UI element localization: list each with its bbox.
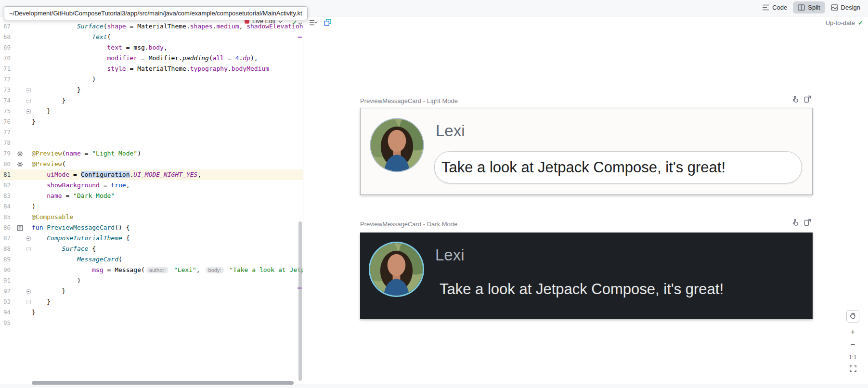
view-options-icon[interactable]: [309, 19, 317, 26]
line-number[interactable]: 76: [0, 116, 14, 127]
line-number[interactable]: 87: [0, 233, 14, 244]
preview-title-light: PreviewMessageCard - Light Mode: [360, 97, 458, 104]
check-icon: ✓: [858, 19, 863, 26]
code-line[interactable]: 88Surface {: [0, 244, 303, 254]
fold-marker[interactable]: [25, 297, 32, 307]
code-line[interactable]: 74}: [0, 95, 303, 106]
code-line[interactable]: 90msg = Message(author: "Lexi", body: "T…: [0, 265, 303, 275]
line-number[interactable]: 84: [0, 201, 14, 212]
run-preview-icon[interactable]: [804, 219, 811, 226]
editor-mode-tabs: Code Split Design: [757, 1, 865, 13]
code-editor[interactable]: 67Surface(shape = MaterialTheme.shapes.m…: [0, 16, 303, 388]
code-line[interactable]: 72): [0, 74, 303, 85]
line-number[interactable]: 73: [0, 85, 14, 95]
code-line[interactable]: 81uiMode = Configuration.UI_MODE_NIGHT_Y…: [0, 169, 303, 180]
fold-marker[interactable]: [25, 233, 32, 244]
code-line[interactable]: 84): [0, 201, 303, 212]
zoom-out-button[interactable]: −: [846, 338, 859, 351]
line-number[interactable]: 80: [0, 159, 14, 169]
code-line[interactable]: 85@Composable: [0, 212, 303, 222]
code-line[interactable]: 80@Preview(: [0, 159, 303, 169]
line-number[interactable]: 89: [0, 254, 14, 265]
line-number[interactable]: 88: [0, 244, 14, 254]
line-number[interactable]: 94: [0, 307, 14, 318]
gutter-space: [14, 138, 25, 148]
code-line[interactable]: 77: [0, 127, 303, 138]
code-line[interactable]: 89MessageCard(: [0, 254, 303, 265]
code-text: uiMode = Configuration.UI_MODE_NIGHT_YES…: [32, 169, 303, 180]
code-line[interactable]: 95: [0, 318, 303, 328]
preview-settings-gutter-icon[interactable]: [14, 148, 25, 159]
fold-marker[interactable]: [25, 244, 32, 254]
code-line[interactable]: 76}: [0, 116, 303, 127]
line-number[interactable]: 67: [0, 21, 14, 32]
line-number[interactable]: 72: [0, 74, 14, 85]
code-line[interactable]: 78: [0, 138, 303, 148]
code-line[interactable]: 79@Preview(name = "Light Mode"): [0, 148, 303, 159]
line-number[interactable]: 85: [0, 212, 14, 222]
fold-marker[interactable]: [25, 106, 32, 116]
line-number[interactable]: 83: [0, 191, 14, 201]
line-number[interactable]: 93: [0, 297, 14, 307]
fold-marker[interactable]: [25, 286, 32, 297]
preview-card-light[interactable]: Lexi Take a look at Jetpack Compose, it'…: [360, 108, 813, 195]
code-tab-icon: [762, 4, 769, 11]
line-number[interactable]: 81: [0, 169, 14, 180]
zoom-to-fit-button[interactable]: [846, 363, 859, 376]
code-line[interactable]: 94}: [0, 307, 303, 318]
tab-code[interactable]: Code: [757, 1, 792, 13]
fit-screen-icon: [850, 365, 856, 374]
line-number[interactable]: 95: [0, 318, 14, 328]
code-line[interactable]: 70modifier = Modifier.padding(all = 4.dp…: [0, 53, 303, 64]
horizontal-scrollbar[interactable]: [32, 381, 294, 385]
line-number[interactable]: 78: [0, 138, 14, 148]
interactive-mode-icon[interactable]: [791, 219, 799, 226]
fold-column: [25, 64, 32, 74]
fold-marker[interactable]: [25, 85, 32, 95]
code-line[interactable]: 73}: [0, 85, 303, 95]
interactive-mode-icon[interactable]: [791, 95, 799, 103]
line-number[interactable]: 74: [0, 95, 14, 106]
gutter-space: [14, 42, 25, 53]
line-number[interactable]: 75: [0, 106, 14, 116]
code-line[interactable]: 69text = msg.body,: [0, 42, 303, 53]
line-number[interactable]: 79: [0, 148, 14, 159]
code-line[interactable]: 71style = MaterialTheme.typography.bodyM…: [0, 64, 303, 74]
compose-preview-gutter-icon[interactable]: [14, 222, 25, 233]
code-line[interactable]: 92}: [0, 286, 303, 297]
preview-card-dark[interactable]: Lexi Take a look at Jetpack Compose, it'…: [360, 233, 813, 319]
code-line[interactable]: 75}: [0, 106, 303, 116]
code-line[interactable]: 86fun PreviewMessageCard() {: [0, 222, 303, 233]
gutter-space: [14, 233, 25, 244]
line-number[interactable]: 82: [0, 180, 14, 191]
vertical-scrollbar[interactable]: [298, 221, 302, 381]
line-number[interactable]: 69: [0, 42, 14, 53]
fold-marker[interactable]: [25, 95, 32, 106]
layers-icon[interactable]: [324, 18, 332, 26]
code-line[interactable]: 68Text(: [0, 32, 303, 42]
code-line[interactable]: 87ComposeTutorialTheme {: [0, 233, 303, 244]
zoom-actual-size-button[interactable]: 1:1: [846, 351, 859, 363]
line-number[interactable]: 77: [0, 127, 14, 138]
line-number[interactable]: 90: [0, 265, 14, 275]
line-number[interactable]: 71: [0, 64, 14, 74]
code-line[interactable]: 91): [0, 275, 303, 286]
line-number[interactable]: 91: [0, 275, 14, 286]
tab-split[interactable]: Split: [793, 1, 825, 13]
run-preview-icon[interactable]: [804, 95, 811, 103]
pan-button[interactable]: [846, 310, 859, 323]
line-number[interactable]: 86: [0, 222, 14, 233]
fold-column: [25, 138, 32, 148]
gutter-space: [14, 74, 25, 85]
line-number[interactable]: 68: [0, 32, 14, 42]
zoom-in-button[interactable]: +: [846, 326, 859, 338]
line-number[interactable]: 92: [0, 286, 14, 297]
preview-settings-gutter-icon[interactable]: [14, 159, 25, 169]
line-number[interactable]: 70: [0, 53, 14, 64]
code-text: @Preview(name = "Light Mode"): [32, 148, 303, 159]
code-line[interactable]: 82showBackground = true,: [0, 180, 303, 191]
message-text: Take a look at Jetpack Compose, it's gre…: [441, 159, 725, 176]
code-line[interactable]: 93}: [0, 297, 303, 307]
tab-design[interactable]: Design: [826, 1, 865, 13]
code-line[interactable]: 83name = "Dark Mode": [0, 191, 303, 201]
